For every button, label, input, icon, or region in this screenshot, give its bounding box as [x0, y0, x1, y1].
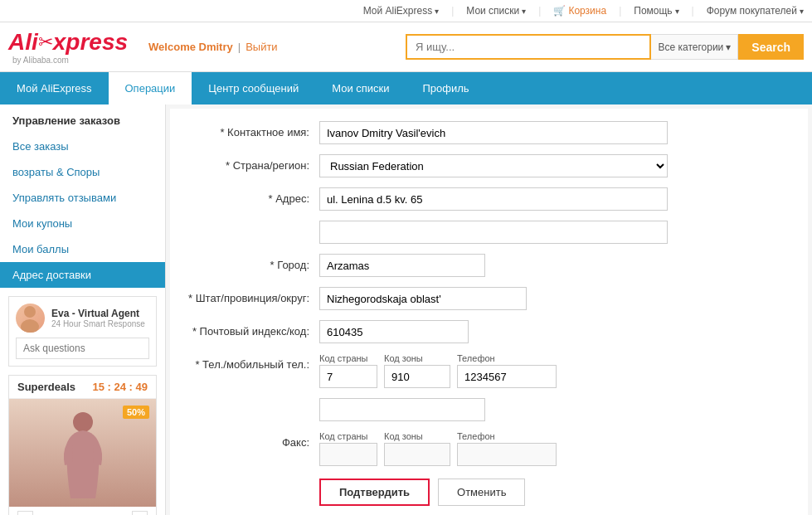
confirm-button[interactable]: Подтвердить — [319, 479, 430, 506]
eva-info: Eva - Virtual Agent 24 Hour Smart Respon… — [51, 308, 145, 328]
tab-my-aliexpress[interactable]: Мой AliExpress — [0, 72, 109, 104]
form-row-phone: * Тел./мобильный тел.: Код страны Код зо… — [187, 353, 791, 388]
country-select[interactable]: Russian Federation — [319, 154, 668, 177]
superdeals-discount-badge: 50% — [123, 406, 149, 419]
state-input[interactable] — [319, 287, 527, 310]
fax-number-col: Телефон — [457, 431, 557, 466]
form-row-country: * Страна/регион: Russian Federation — [187, 154, 791, 177]
form-buttons: Подтвердить Отменить — [319, 479, 791, 506]
sep1: | — [451, 5, 454, 17]
nav-tabs: Мой AliExpress Операции Центр сообщений … — [0, 72, 812, 104]
phone-area-col: Код зоны — [384, 353, 450, 388]
phone-country-col: Код страны — [319, 353, 377, 388]
caret-icon3: ▾ — [675, 7, 679, 16]
search-button[interactable]: Search — [738, 34, 804, 60]
form-row-fax: Факс: Код страны Код зоны Телефон — [187, 431, 791, 466]
logo-express: xpress — [53, 29, 128, 56]
country-field: Russian Federation — [319, 154, 668, 177]
sidebar-item-points[interactable]: Мои баллы — [0, 236, 165, 262]
address-line2-input[interactable] — [319, 221, 668, 244]
top-bar-my-lists[interactable]: Мои списки ▾ — [466, 5, 526, 17]
svg-point-2 — [73, 412, 93, 432]
city-input[interactable] — [319, 254, 485, 277]
form-row-zip: * Почтовый индекс/код: — [187, 320, 791, 343]
main-layout: Управление заказов Все заказы возраты & … — [0, 104, 812, 515]
sidebar-item-delivery-address[interactable]: Адрес доставки — [0, 262, 165, 288]
sidebar-item-reviews[interactable]: Управлять отзывами — [0, 185, 165, 211]
tab-messages[interactable]: Центр сообщений — [192, 72, 315, 104]
city-field — [319, 254, 668, 277]
fax-number-input[interactable] — [457, 443, 557, 466]
extra-input[interactable] — [319, 398, 485, 421]
header: Ali ✂ xpress by Alibaba.com Welcome Dmit… — [0, 22, 812, 72]
fax-area-col: Код зоны — [384, 431, 450, 466]
phone-country-input[interactable] — [319, 365, 377, 388]
form-row-city: * Город: — [187, 254, 791, 277]
address-field — [319, 187, 668, 211]
country-label: * Страна/регион: — [187, 154, 319, 177]
fax-country-col: Код страны — [319, 431, 377, 466]
city-label: * Город: — [187, 254, 319, 277]
sidebar: Управление заказов Все заказы возраты & … — [0, 104, 166, 515]
welcome-label: Welcome Dmitry — [148, 41, 233, 53]
sep-pipe: | — [238, 41, 241, 53]
tab-profile[interactable]: Профиль — [406, 72, 486, 104]
top-bar-help[interactable]: Помощь ▾ — [634, 5, 678, 17]
phone-fields: Код страны Код зоны Телефон — [319, 353, 557, 388]
sidebar-item-returns[interactable]: возраты & Споры — [0, 159, 165, 185]
top-bar-forum[interactable]: Форум покупателей ▾ — [707, 5, 804, 17]
sep3: | — [619, 5, 621, 17]
superdeals-prev-button[interactable]: ‹ — [17, 511, 33, 515]
superdeals-image: 50% — [9, 399, 156, 507]
sidebar-item-coupons[interactable]: Мои купоны — [0, 211, 165, 236]
person-silhouette — [58, 407, 108, 498]
contact-name-field — [319, 121, 668, 144]
phone-area-input[interactable] — [384, 365, 450, 388]
top-bar-my-aliexpress[interactable]: Мой AliExpress ▾ — [363, 5, 440, 17]
cart-icon: 🛒 — [553, 5, 566, 17]
zip-input[interactable] — [319, 320, 469, 343]
cancel-button[interactable]: Отменить — [438, 479, 525, 506]
form-row-address: * Адрес: — [187, 187, 791, 211]
fax-label: Факс: — [187, 431, 319, 454]
tab-operations[interactable]: Операции — [109, 72, 192, 104]
form-row-address2 — [187, 221, 791, 244]
phone-label: * Тел./мобильный тел.: — [187, 353, 319, 377]
eva-ask-input[interactable] — [16, 338, 149, 359]
top-bar: Мой AliExpress ▾ | Мои списки ▾ | 🛒 Корз… — [0, 0, 812, 22]
phone-number-col: Телефон — [457, 353, 557, 388]
contact-name-input[interactable] — [319, 121, 668, 144]
form-row-state: * Штат/провинция/округ: — [187, 287, 791, 310]
eva-avatar — [16, 304, 45, 333]
superdeals-timer: 15 : 24 : 49 — [93, 381, 148, 393]
top-bar-cart[interactable]: 🛒 Корзина — [553, 5, 606, 17]
zip-field — [319, 320, 668, 343]
search-category-select[interactable]: Все категории ▾ — [651, 34, 738, 60]
logo-ali: Ali — [8, 29, 38, 56]
content-area: * Контактное имя: * Страна/регион: Russi… — [170, 109, 808, 515]
sidebar-item-all-orders[interactable]: Все заказы — [0, 134, 165, 159]
address-label: * Адрес: — [187, 187, 319, 211]
logo: Ali ✂ xpress by Alibaba.com — [8, 29, 128, 65]
logout-link[interactable]: Выйти — [246, 41, 278, 53]
eva-header: Eva - Virtual Agent 24 Hour Smart Respon… — [16, 304, 149, 333]
address2-field — [319, 221, 668, 244]
eva-box: Eva - Virtual Agent 24 Hour Smart Respon… — [8, 296, 157, 367]
phone-number-input[interactable] — [457, 365, 557, 388]
superdeals-header: Superdeals 15 : 24 : 49 — [9, 376, 156, 399]
fax-country-input[interactable] — [319, 443, 377, 466]
fax-number-label: Телефон — [457, 431, 557, 441]
search-bar: Все категории ▾ Search — [406, 34, 804, 60]
superdeals-next-button[interactable]: › — [132, 511, 148, 515]
svg-point-0 — [24, 306, 36, 318]
phone-number-label: Телефон — [457, 353, 557, 363]
logo-sub: by Alibaba.com — [12, 56, 69, 65]
fax-area-input[interactable] — [384, 443, 450, 466]
sep2: | — [538, 5, 541, 17]
fax-fields: Код страны Код зоны Телефон — [319, 431, 557, 466]
contact-name-label: * Контактное имя: — [187, 121, 319, 144]
tab-my-lists[interactable]: Мои списки — [315, 72, 406, 104]
search-input[interactable] — [406, 34, 651, 60]
address-line1-input[interactable] — [319, 187, 668, 211]
extra-field — [319, 398, 668, 421]
